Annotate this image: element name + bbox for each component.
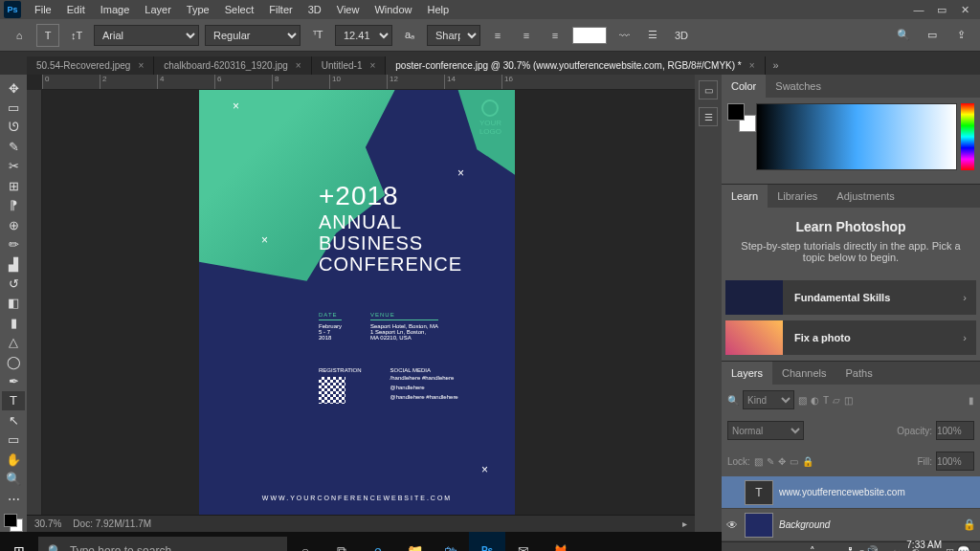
- shape-tool[interactable]: ▭: [2, 430, 25, 450]
- taskbar-search[interactable]: 🔍 Type here to search: [38, 537, 287, 551]
- tab-channels[interactable]: Channels: [772, 362, 835, 385]
- fill-input[interactable]: [936, 452, 974, 471]
- doc-tab-2[interactable]: Untitled-1×: [312, 56, 387, 75]
- clone-tool[interactable]: ▟: [2, 254, 25, 274]
- blend-mode-select[interactable]: Normal: [727, 421, 804, 440]
- firefox-icon[interactable]: 🦊: [542, 532, 578, 551]
- blur-tool[interactable]: △: [2, 332, 25, 351]
- text-color-swatch[interactable]: [572, 27, 607, 44]
- tab-color[interactable]: Color: [722, 75, 766, 98]
- menu-edit[interactable]: Edit: [59, 4, 93, 15]
- visibility-toggle[interactable]: 👁: [725, 518, 739, 532]
- tab-layers[interactable]: Layers: [722, 362, 772, 385]
- cortana-icon[interactable]: ○: [287, 532, 323, 551]
- search-icon[interactable]: 🔍: [892, 24, 915, 47]
- filter-shape-icon[interactable]: ▱: [833, 395, 840, 406]
- tab-overflow-icon[interactable]: »: [766, 55, 787, 75]
- filter-toggle-icon[interactable]: ▮: [969, 395, 974, 406]
- lock-all-icon[interactable]: 🔒: [802, 456, 813, 467]
- close-icon[interactable]: ×: [369, 60, 375, 71]
- color-swatch-tool[interactable]: [4, 514, 23, 532]
- tab-libraries[interactable]: Libraries: [768, 185, 827, 208]
- store-icon[interactable]: 🛍: [433, 532, 469, 551]
- menu-select[interactable]: Select: [217, 4, 262, 15]
- character-panel-icon[interactable]: ☰: [641, 24, 664, 47]
- healing-tool[interactable]: ⊕: [2, 215, 25, 234]
- onedrive-icon[interactable]: ☁: [825, 545, 835, 552]
- share-icon[interactable]: ⇪: [949, 24, 972, 47]
- menu-3d[interactable]: 3D: [301, 4, 329, 15]
- marquee-tool[interactable]: ▭: [2, 98, 25, 117]
- lock-pixels-icon[interactable]: ✎: [767, 456, 774, 467]
- menu-window[interactable]: Window: [367, 4, 419, 15]
- document-canvas[interactable]: YOUR LOGO × × × × +2018 ANNUAL BUSINESS …: [199, 90, 515, 515]
- doc-tab-3[interactable]: poster-conference.jpg @ 30.7% (www.youtf…: [386, 56, 765, 75]
- brush-tool[interactable]: ✏: [2, 234, 25, 253]
- window-close[interactable]: ✕: [953, 4, 976, 16]
- color-swatch[interactable]: [727, 103, 750, 126]
- filter-adjust-icon[interactable]: ◐: [811, 395, 819, 406]
- hue-bar[interactable]: [961, 103, 974, 170]
- 3d-icon[interactable]: 3D: [670, 24, 693, 47]
- volume-icon[interactable]: 🔊: [865, 545, 879, 552]
- explorer-icon[interactable]: 📁: [396, 532, 433, 551]
- menu-file[interactable]: File: [27, 4, 59, 15]
- tab-paths[interactable]: Paths: [836, 362, 882, 385]
- hand-tool[interactable]: ✋: [2, 450, 25, 469]
- frame-tool[interactable]: ⊞: [2, 176, 25, 195]
- window-maximize[interactable]: ▭: [930, 4, 953, 16]
- taskbar-clock[interactable]: 7:33 AM10/17/2019: [888, 540, 947, 551]
- eyedropper-tool[interactable]: ⁋: [2, 196, 25, 215]
- task-view-icon[interactable]: ⧉: [323, 532, 360, 551]
- pen-tool[interactable]: ✒: [2, 371, 25, 390]
- menu-image[interactable]: Image: [93, 4, 138, 15]
- doc-tab-0[interactable]: 50.54-Recovered.jpeg×: [27, 56, 154, 75]
- history-panel-icon[interactable]: ▭: [699, 80, 718, 99]
- menu-filter[interactable]: Filter: [261, 4, 300, 15]
- antialias-select[interactable]: Sharp: [427, 25, 480, 46]
- font-family-select[interactable]: Arial: [94, 25, 199, 46]
- color-spectrum[interactable]: [756, 103, 957, 170]
- workspace-icon[interactable]: ▭: [921, 24, 944, 47]
- filter-pixel-icon[interactable]: ▧: [798, 395, 807, 406]
- dodge-tool[interactable]: ◯: [2, 352, 25, 371]
- home-icon[interactable]: ⌂: [8, 24, 31, 47]
- history-brush-tool[interactable]: ↺: [2, 274, 25, 293]
- align-center-icon[interactable]: ≡: [515, 24, 538, 47]
- lock-artboard-icon[interactable]: ▭: [790, 456, 798, 467]
- layer-row[interactable]: 👁 Background 🔒: [722, 509, 980, 541]
- zoom-tool[interactable]: 🔍: [2, 469, 25, 488]
- crop-tool[interactable]: ✂: [2, 157, 25, 176]
- learn-card-fix-photo[interactable]: Fix a photo›: [725, 320, 976, 355]
- font-size-select[interactable]: 12.41 pt: [335, 25, 392, 46]
- menu-type[interactable]: Type: [179, 4, 217, 15]
- align-left-icon[interactable]: ≡: [486, 24, 509, 47]
- eraser-tool[interactable]: ◧: [2, 294, 25, 313]
- learn-card-fundamentals[interactable]: Fundamental Skills›: [725, 280, 976, 315]
- move-tool[interactable]: ✥: [2, 78, 25, 98]
- menu-layer[interactable]: Layer: [137, 4, 179, 15]
- tool-preset-icon[interactable]: T: [36, 24, 59, 47]
- properties-panel-icon[interactable]: ☰: [699, 107, 718, 126]
- mail-icon[interactable]: ✉: [505, 532, 542, 551]
- gradient-tool[interactable]: ▮: [2, 313, 25, 332]
- align-right-icon[interactable]: ≡: [544, 24, 567, 47]
- tab-learn[interactable]: Learn: [722, 185, 768, 208]
- doc-tab-1[interactable]: chalkboard-620316_1920.jpg×: [154, 56, 311, 75]
- filter-type-icon[interactable]: T: [823, 395, 829, 406]
- start-button[interactable]: ⊞: [0, 532, 38, 551]
- quick-select-tool[interactable]: ✎: [2, 137, 25, 156]
- photoshop-icon[interactable]: Ps: [469, 532, 505, 551]
- opacity-input[interactable]: [936, 421, 974, 440]
- menu-view[interactable]: View: [329, 4, 368, 15]
- filter-smart-icon[interactable]: ◫: [844, 395, 853, 406]
- type-tool[interactable]: T: [2, 391, 25, 410]
- font-weight-select[interactable]: Regular: [205, 25, 301, 46]
- scroll-arrow-icon[interactable]: ▸: [682, 518, 687, 529]
- layer-row[interactable]: T www.youtferencewebsite.com: [722, 476, 980, 509]
- lasso-tool[interactable]: ᘎ: [2, 118, 25, 137]
- menu-help[interactable]: Help: [420, 4, 457, 15]
- window-minimize[interactable]: —: [907, 4, 930, 15]
- lock-transparency-icon[interactable]: ▧: [754, 456, 763, 467]
- toggle-orientation-icon[interactable]: ↕T: [65, 24, 88, 47]
